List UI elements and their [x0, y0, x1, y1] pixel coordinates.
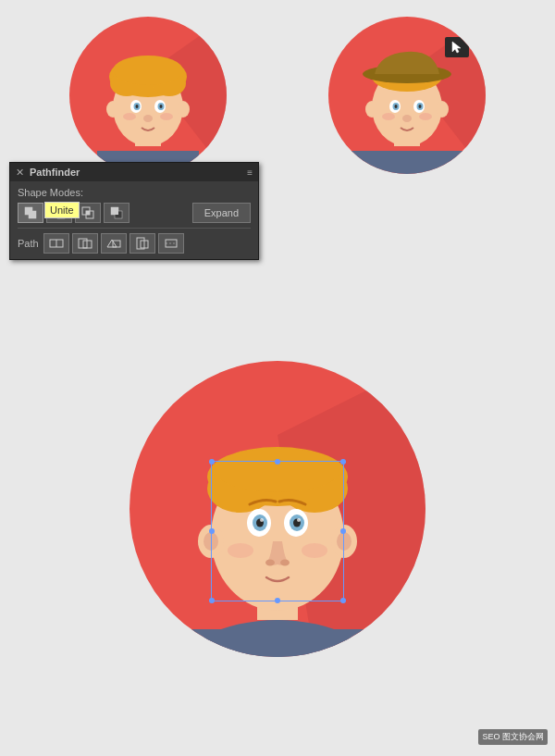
svg-point-10: [113, 56, 183, 85]
pathfinder-panel: ✕ Pathfinder ≡ Shape Modes: Unite: [9, 162, 259, 260]
shape-modes-row: Unite: [18, 203, 251, 223]
divide-btn[interactable]: [43, 233, 69, 254]
svg-point-17: [143, 115, 153, 122]
merge-btn[interactable]: [101, 233, 127, 254]
crop-btn[interactable]: [130, 233, 155, 254]
panel-title: Pathfinder: [30, 167, 80, 178]
svg-point-24: [365, 101, 378, 118]
panel-divider: [18, 228, 251, 229]
avatar-circle-large: [130, 361, 426, 657]
svg-rect-43: [86, 211, 90, 215]
avatar-circle-left: [69, 17, 227, 174]
top-row: [0, 0, 555, 185]
avatar-circle-right: [328, 17, 486, 174]
panel-body: Shape Modes: Unite: [10, 181, 258, 259]
shape-modes-label: Shape Modes:: [18, 187, 251, 198]
svg-point-19: [160, 113, 173, 120]
svg-rect-38: [29, 211, 36, 218]
svg-point-78: [280, 560, 290, 566]
svg-point-68: [215, 448, 340, 492]
minus-front-btn[interactable]: [46, 203, 72, 223]
svg-rect-51: [113, 241, 120, 247]
svg-point-77: [265, 560, 275, 566]
pathfinders-label: Path: [18, 238, 39, 249]
outline-btn[interactable]: [158, 233, 184, 254]
svg-point-16: [160, 105, 163, 108]
svg-point-80: [302, 543, 327, 558]
panel-close-button[interactable]: ✕: [16, 167, 24, 179]
cursor-icon-overlay: [445, 37, 469, 57]
svg-point-62: [204, 532, 218, 551]
unite-shape-btn[interactable]: Unite: [18, 203, 43, 223]
trim-btn[interactable]: [72, 233, 98, 254]
pathfinders-row: Path: [18, 233, 251, 254]
svg-point-18: [123, 113, 136, 120]
svg-point-36: [419, 113, 432, 120]
svg-rect-46: [115, 211, 118, 215]
svg-point-5: [106, 101, 119, 118]
watermark: SEO 图文协会网: [478, 729, 548, 745]
svg-rect-58: [176, 629, 379, 657]
svg-point-76: [297, 518, 301, 522]
panel-titlebar: ✕ Pathfinder ≡: [10, 163, 258, 181]
svg-point-25: [436, 101, 449, 118]
svg-point-34: [402, 115, 412, 122]
svg-point-75: [260, 518, 264, 522]
main-container: ✕ Pathfinder ≡ Shape Modes: Unite: [0, 0, 555, 756]
expand-button[interactable]: Expand: [192, 203, 251, 223]
svg-point-79: [228, 543, 253, 558]
bottom-avatar-section: [130, 361, 426, 657]
svg-point-15: [136, 105, 139, 108]
svg-point-6: [177, 101, 190, 118]
svg-point-32: [395, 105, 398, 108]
svg-rect-40: [57, 211, 65, 218]
panel-menu-icon[interactable]: ≡: [247, 167, 253, 178]
intersect-btn[interactable]: [75, 203, 101, 223]
svg-point-33: [419, 105, 422, 108]
svg-point-35: [382, 113, 395, 120]
svg-rect-21: [352, 151, 462, 174]
exclude-btn[interactable]: [104, 203, 130, 223]
svg-point-64: [337, 532, 352, 551]
